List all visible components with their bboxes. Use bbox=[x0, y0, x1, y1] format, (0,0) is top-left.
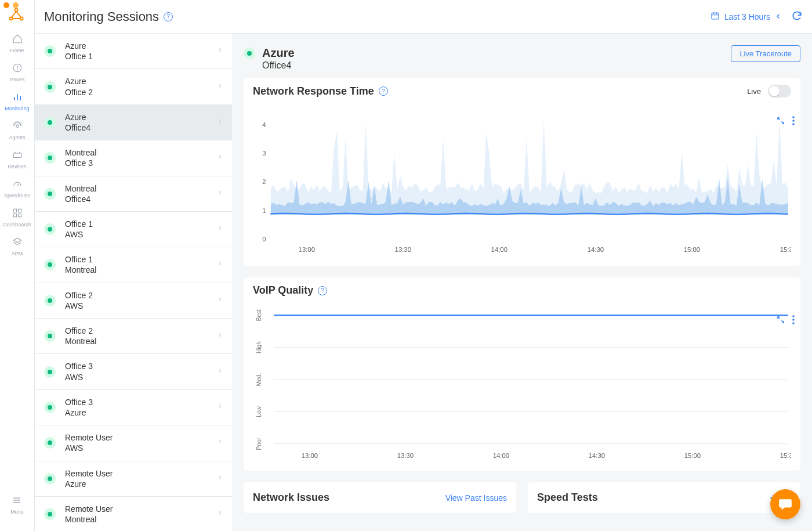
nav-monitoring[interactable]: Monitoring bbox=[0, 87, 34, 116]
window-min-icon[interactable] bbox=[13, 2, 19, 8]
svg-text:2: 2 bbox=[262, 178, 266, 185]
chevron-right-icon bbox=[217, 189, 223, 199]
session-item[interactable]: Office 2Montreal bbox=[35, 319, 232, 354]
chevron-right-icon bbox=[217, 82, 223, 92]
session-line2: Office4 bbox=[65, 122, 217, 133]
status-indicator bbox=[44, 259, 56, 270]
window-chrome bbox=[3, 2, 19, 8]
svg-text:1: 1 bbox=[262, 207, 266, 214]
nav-label: Issues bbox=[9, 77, 24, 82]
svg-line-13 bbox=[17, 184, 19, 186]
nav-label: Devices bbox=[8, 164, 26, 169]
chevron-right-icon bbox=[217, 153, 223, 163]
session-item[interactable]: AzureOffice 2 bbox=[35, 69, 232, 104]
nav-home[interactable]: Home bbox=[0, 29, 34, 58]
status-indicator bbox=[44, 117, 56, 128]
window-close-icon[interactable] bbox=[3, 2, 9, 8]
home-icon bbox=[12, 34, 23, 46]
session-line1: Office 3 bbox=[65, 361, 217, 371]
chevron-right-icon bbox=[217, 295, 223, 306]
svg-text:14:30: 14:30 bbox=[589, 452, 605, 459]
svg-text:Poor: Poor bbox=[256, 438, 262, 450]
session-item[interactable]: MontrealOffice4 bbox=[35, 176, 232, 212]
svg-text:4: 4 bbox=[262, 121, 266, 128]
time-range-selector[interactable]: Last 3 Hours bbox=[710, 11, 782, 22]
nav-label: Speedtests bbox=[4, 193, 30, 198]
nav-agents[interactable]: Agents bbox=[0, 116, 34, 145]
session-line2: Montreal bbox=[65, 265, 217, 275]
session-line1: Azure bbox=[65, 41, 217, 51]
svg-text:13:30: 13:30 bbox=[397, 452, 414, 459]
status-indicator bbox=[44, 188, 56, 200]
chart-plot[interactable]: BestHighMed.LowPoor 13:0013:3014:0014:30… bbox=[253, 304, 791, 461]
nav-label: Agents bbox=[9, 135, 25, 140]
session-item[interactable]: Office 3AWS bbox=[35, 354, 232, 389]
svg-text:14:30: 14:30 bbox=[588, 246, 604, 253]
session-line1: Montreal bbox=[65, 183, 217, 194]
session-list: AzureOffice 1AzureOffice 2AzureOffice4Mo… bbox=[35, 34, 232, 531]
status-indicator bbox=[44, 437, 56, 449]
session-item[interactable]: Office 2AWS bbox=[35, 283, 232, 319]
live-traceroute-button[interactable]: Live Traceroute bbox=[731, 45, 800, 62]
main-content: Azure Office4 Live Traceroute Network Re… bbox=[232, 34, 812, 531]
session-line2: AWS bbox=[65, 443, 217, 453]
session-line2: Azure bbox=[65, 407, 217, 418]
nav-speedtests[interactable]: Speedtests bbox=[0, 174, 34, 203]
chat-button[interactable] bbox=[770, 489, 800, 519]
session-line1: Montreal bbox=[65, 147, 217, 158]
session-line2: Office 2 bbox=[65, 87, 217, 97]
session-item[interactable]: Office 3Azure bbox=[35, 390, 232, 425]
session-item[interactable]: AzureOffice4 bbox=[35, 105, 232, 140]
svg-rect-17 bbox=[18, 214, 21, 217]
help-icon[interactable]: ? bbox=[164, 12, 173, 21]
svg-rect-16 bbox=[13, 214, 16, 217]
status-indicator bbox=[44, 508, 56, 520]
session-line2: AWS bbox=[65, 372, 217, 382]
svg-rect-21 bbox=[712, 13, 719, 19]
session-item[interactable]: Office 1Montreal bbox=[35, 247, 232, 283]
session-item[interactable]: Remote UserAzure bbox=[35, 461, 232, 497]
session-line2: Azure bbox=[65, 479, 217, 489]
session-item[interactable]: AzureOffice 1 bbox=[35, 34, 232, 69]
app-logo-icon[interactable] bbox=[8, 7, 24, 26]
chart-plot[interactable]: 01234 13:0013:3014:0014:3015:0015:30 bbox=[253, 104, 791, 257]
nav-devices[interactable]: Devices bbox=[0, 145, 34, 174]
status-indicator bbox=[44, 45, 56, 57]
bottom-panels: Network Issues View Past Issues Speed Te… bbox=[244, 482, 800, 513]
session-item[interactable]: Remote UserMontreal bbox=[35, 497, 232, 531]
session-item[interactable]: Remote UserAWS bbox=[35, 425, 232, 461]
nav-label: Monitoring bbox=[5, 106, 29, 111]
nav-dashboards[interactable]: Dashboards bbox=[0, 203, 34, 232]
status-indicator bbox=[44, 402, 56, 413]
nav-label: Home bbox=[10, 48, 24, 53]
chart-title: VoIP Quality bbox=[253, 284, 313, 297]
session-item[interactable]: Office 1AWS bbox=[35, 212, 232, 247]
nav-label: Menu bbox=[10, 509, 24, 515]
session-line1: Office 2 bbox=[65, 326, 217, 336]
layers-icon bbox=[12, 237, 23, 250]
svg-text:15:30: 15:30 bbox=[780, 452, 791, 459]
help-icon[interactable]: ? bbox=[318, 286, 327, 295]
session-line2: AWS bbox=[65, 301, 217, 311]
panel-speed-tests: Speed Tests Vie bbox=[528, 482, 800, 513]
session-line2: Office4 bbox=[65, 194, 217, 204]
nav-issues[interactable]: Issues bbox=[0, 58, 34, 87]
hamburger-icon bbox=[12, 495, 22, 508]
detail-subtitle: Office4 bbox=[262, 60, 295, 71]
session-item[interactable]: MontrealOffice 3 bbox=[35, 140, 232, 176]
live-toggle[interactable] bbox=[768, 85, 791, 97]
view-past-issues-link[interactable]: View Past Issues bbox=[445, 493, 507, 503]
panel-title: Network Issues bbox=[253, 492, 329, 504]
svg-text:Low: Low bbox=[256, 406, 262, 417]
dashboard-icon bbox=[12, 208, 23, 221]
svg-point-5 bbox=[17, 70, 17, 70]
nav-apm[interactable]: APM bbox=[0, 232, 34, 261]
session-line2: Montreal bbox=[65, 336, 217, 346]
refresh-button[interactable] bbox=[791, 10, 803, 24]
status-indicator bbox=[44, 330, 56, 342]
agents-icon bbox=[12, 121, 23, 133]
panel-network-issues: Network Issues View Past Issues bbox=[244, 482, 516, 513]
help-icon[interactable]: ? bbox=[379, 86, 388, 96]
chevron-right-icon bbox=[217, 46, 223, 56]
nav-menu[interactable]: Menu bbox=[10, 490, 24, 519]
